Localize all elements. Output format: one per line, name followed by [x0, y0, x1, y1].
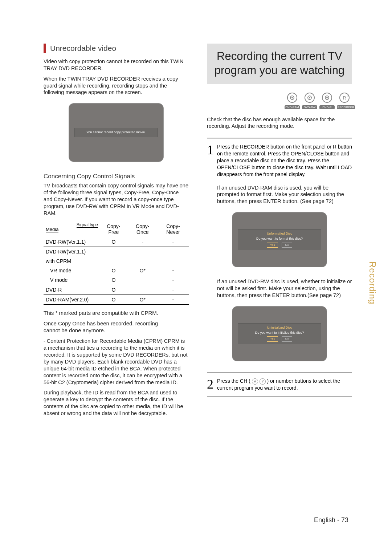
step-text: Press the CH ( ∧ ∨ ) or number buttons t… — [217, 378, 352, 391]
left-column: Unrecordable video Video with copy prote… — [44, 44, 189, 421]
step-1: 1 Press the RECORDER button on the front… — [207, 143, 352, 178]
no-button[interactable]: No — [282, 336, 292, 341]
table-cell: O — [99, 285, 128, 295]
step-2: 2 Press the CH ( ∧ ∨ ) or number buttons… — [207, 378, 352, 391]
section-heading-unrecordable: Unrecordable video — [44, 44, 189, 53]
table-header-col: Copy-Never — [158, 222, 189, 237]
table-cell — [128, 247, 158, 257]
copy-once-note-b: cannot be done anymore. — [44, 327, 189, 333]
tv-dialog-msg: Do you want to format this disc? — [241, 237, 318, 241]
step-text: Press the RECORDER button on the front p… — [217, 143, 352, 178]
table-cell: - — [158, 285, 189, 295]
table-cell: - — [128, 237, 158, 247]
media-name: DVD-R — [44, 285, 99, 295]
table-cell — [99, 247, 128, 257]
step-number: 1 — [207, 143, 213, 157]
disc-icon: DVD-RAM — [285, 92, 300, 110]
yes-button[interactable]: Yes — [267, 243, 278, 248]
media-name: VR mode — [44, 266, 99, 275]
table-row: VR modeOO*- — [44, 266, 189, 275]
dvd-ram-note: If an unused DVD-RAM disc is used, you w… — [207, 184, 352, 205]
heading-text: Unrecordable video — [50, 44, 116, 53]
check-space-paragraph: Check that the disc has enough available… — [207, 116, 352, 130]
svg-point-8 — [326, 97, 328, 98]
table-cell: O — [99, 237, 128, 247]
divider — [207, 138, 352, 139]
disc-icon: DVD-R — [319, 92, 335, 110]
manual-page: Unrecordable video Video with copy prote… — [0, 0, 392, 540]
tv-screen-format: Unformatted Disc Do you want to format t… — [232, 212, 327, 267]
table-cell — [128, 285, 158, 295]
disc-icon: R☆RECORDER — [337, 92, 352, 110]
table-cell — [158, 247, 189, 257]
dvd-rw-note: If an unused DVD-RW disc is used, whethe… — [207, 278, 352, 299]
copy-signal-table: Media Signal type Copy-Free Copy-Once Co… — [44, 222, 189, 305]
intro-paragraph-2: When the TWIN TRAY DVD RECORDER receives… — [44, 76, 189, 96]
tv-dialog-title: Uninitialized Disc — [241, 326, 318, 330]
table-cell: O* — [128, 295, 158, 305]
svg-point-2 — [291, 97, 293, 98]
media-name: V mode — [44, 275, 99, 285]
feature-title-box: Recording the current TV program you are… — [207, 44, 352, 84]
tv-dialog-msg: Do you want to initialize this disc? — [241, 331, 318, 335]
right-column: Recording the current TV program you are… — [207, 44, 352, 421]
table-row: DVD-RW(Ver.1.1)O-- — [44, 237, 189, 247]
tv-dialog: Uninitialized Disc Do you want to initia… — [238, 323, 321, 344]
table-cell — [158, 256, 189, 266]
table-row: DVD-RAM(Ver.2.0)OO*- — [44, 295, 189, 305]
svg-point-5 — [309, 97, 310, 98]
table-cell — [128, 256, 158, 266]
side-tab-recording: Recording — [367, 261, 377, 304]
page-footer: English - 73 — [314, 516, 348, 524]
table-cell: - — [158, 237, 189, 247]
step-number: 2 — [207, 378, 213, 391]
table-cell: O — [99, 266, 128, 275]
tv-message: You cannot record copy protected movie. — [74, 128, 158, 137]
table-header-media: Media Signal type — [44, 222, 99, 237]
cprm-explain-1: - Content Protection for Recordable Medi… — [44, 338, 189, 386]
svg-text:R: R — [343, 96, 346, 101]
cprm-explain-2: During playback, the ID is read from the… — [44, 389, 189, 417]
divider — [207, 396, 352, 397]
cprm-note: This * marked parts are compatible with … — [44, 310, 189, 316]
no-button[interactable]: No — [282, 243, 292, 248]
svg-text:☆: ☆ — [347, 94, 349, 97]
table-cell: - — [158, 275, 189, 285]
copy-once-note-a: Once Copy Once has been recorded, record… — [44, 320, 189, 326]
table-cell — [128, 275, 158, 285]
tv-dialog-title: Unformatted Disc — [241, 232, 318, 236]
table-cell: - — [158, 295, 189, 305]
table-row: V modeO- — [44, 275, 189, 285]
media-name: with CPRM — [44, 256, 99, 266]
subheading-copy-control: Concerning Copy Control Signals — [44, 173, 189, 180]
table-cell: O — [99, 275, 128, 285]
table-row: DVD-RW(Ver.1.1) — [44, 247, 189, 257]
ch-down-icon: ∨ — [260, 378, 266, 385]
table-row: DVD-RO- — [44, 285, 189, 295]
tv-screen-initialize: Uninitialized Disc Do you want to initia… — [232, 306, 327, 361]
table-cell: - — [158, 266, 189, 275]
ch-up-icon: ∧ — [252, 378, 258, 385]
intro-paragraph-1: Video with copy protection cannot be rec… — [44, 58, 189, 72]
tv-dialog: Unformatted Disc Do you want to format t… — [238, 229, 321, 250]
divider — [207, 372, 352, 373]
yes-button[interactable]: Yes — [267, 336, 278, 341]
media-name: DVD-RW(Ver.1.1) — [44, 247, 99, 257]
copy-control-paragraph: TV broadcasts that contain copy control … — [44, 182, 189, 216]
table-row: with CPRM — [44, 256, 189, 266]
disc-icon-row: DVD-RAMDVD-RWDVD-RR☆RECORDER — [207, 92, 352, 110]
media-name: DVD-RW(Ver.1.1) — [44, 237, 99, 247]
table-header-col: Copy-Once — [128, 222, 158, 237]
disc-icon: DVD-RW — [302, 92, 317, 110]
table-cell: O* — [128, 266, 158, 275]
media-name: DVD-RAM(Ver.2.0) — [44, 295, 99, 305]
accent-bar — [44, 44, 46, 53]
tv-screen-copy-protected: You cannot record copy protected movie. — [69, 103, 164, 162]
table-cell — [99, 256, 128, 266]
table-header-col: Copy-Free — [99, 222, 128, 237]
table-cell: O — [99, 295, 128, 305]
